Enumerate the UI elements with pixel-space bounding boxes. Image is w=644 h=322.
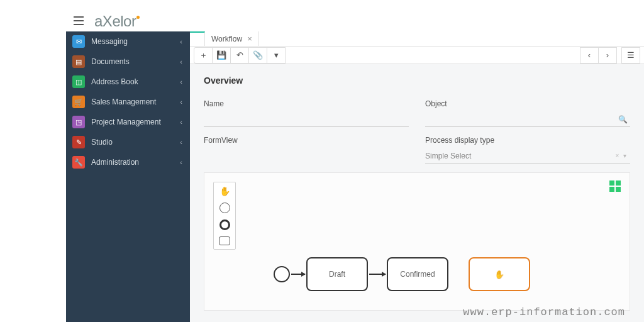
sidebar-item-messaging[interactable]: ✉ Messaging ‹ xyxy=(66,31,190,52)
chevron-left-icon: ‹ xyxy=(180,78,182,86)
sidebar-item-label: Studio xyxy=(91,138,113,147)
sidebar-item-addressbook[interactable]: ◫ Address Book ‹ xyxy=(66,72,190,92)
sidebar-item-studio[interactable]: ✎ Studio ‹ xyxy=(66,132,190,152)
minimap-icon[interactable] xyxy=(609,180,621,192)
task-node-tool[interactable] xyxy=(219,236,230,245)
search-icon: 🔍 xyxy=(618,115,628,124)
field-label-object: Object xyxy=(425,99,630,108)
undo-button[interactable]: ↶ xyxy=(230,47,249,64)
chevron-left-icon: ‹ xyxy=(180,98,182,106)
object-lookup[interactable]: 🔍 xyxy=(425,112,630,127)
field-label-name: Name xyxy=(204,99,409,108)
tab-workflow[interactable]: Workflow × xyxy=(205,31,259,46)
main-area: Workflow × ＋ 💾 ↶ 📎 ▾ ‹ › ☰ Overview Name xyxy=(190,31,644,322)
sidebar-item-label: Messaging xyxy=(91,37,128,46)
studio-icon: ✎ xyxy=(72,136,85,148)
save-button[interactable]: 💾 xyxy=(212,47,231,64)
prev-button[interactable]: ‹ xyxy=(580,47,599,64)
next-button[interactable]: › xyxy=(598,47,617,64)
process-select[interactable]: Simple Select × ▾ xyxy=(425,148,630,164)
documents-icon: ▤ xyxy=(72,55,85,68)
node-label: Confirmed xyxy=(400,270,435,279)
sales-icon: 🛒 xyxy=(72,96,85,108)
sidebar-item-label: Documents xyxy=(91,57,130,66)
sidebar-item-project[interactable]: ◳ Project Management ‹ xyxy=(66,112,190,132)
tab-bar: Workflow × xyxy=(190,31,644,47)
chevron-left-icon: ‹ xyxy=(180,118,182,126)
admin-icon: 🔧 xyxy=(72,156,85,169)
sidebar: ✉ Messaging ‹ ▤ Documents ‹ ◫ Address Bo… xyxy=(66,31,190,322)
project-icon: ◳ xyxy=(72,116,85,128)
grab-cursor-icon: ✋ xyxy=(494,270,504,279)
palette: ✋ xyxy=(213,182,236,250)
workflow-start-node[interactable] xyxy=(274,266,290,282)
sidebar-item-sales[interactable]: 🛒 Sales Management ‹ xyxy=(66,92,190,112)
chevron-left-icon: ‹ xyxy=(180,138,182,146)
sidebar-item-documents[interactable]: ▤ Documents ‹ xyxy=(66,52,190,72)
attach-button[interactable]: 📎 xyxy=(248,47,267,64)
content-panel: Overview Name Object 🔍 FormView xyxy=(190,64,644,322)
list-view-button[interactable]: ☰ xyxy=(621,47,640,64)
dropdown-icon: × ▾ xyxy=(615,152,628,159)
sidebar-item-label: Sales Management xyxy=(91,97,156,106)
name-input[interactable] xyxy=(204,112,409,127)
end-node-tool[interactable] xyxy=(219,219,230,230)
field-label-formview: FormView xyxy=(204,136,409,145)
chevron-left-icon: ‹ xyxy=(180,158,182,166)
brand-logo: aXelor xyxy=(94,13,140,30)
more-button[interactable]: ▾ xyxy=(267,47,286,64)
workflow-node-draft[interactable]: Draft xyxy=(306,257,368,291)
sidebar-item-label: Project Management xyxy=(91,118,161,126)
node-label: Draft xyxy=(329,270,345,279)
start-node-tool[interactable] xyxy=(219,203,230,213)
hand-tool-icon[interactable]: ✋ xyxy=(219,186,230,196)
tab-active-indicator xyxy=(190,31,205,46)
addressbook-icon: ◫ xyxy=(72,75,85,88)
workflow-arrow xyxy=(369,274,386,275)
workflow-node-confirmed[interactable]: Confirmed xyxy=(387,257,448,291)
chevron-left-icon: ‹ xyxy=(180,38,182,45)
workflow-arrow xyxy=(291,274,305,275)
menu-toggle-icon[interactable] xyxy=(74,16,84,28)
section-title: Overview xyxy=(204,75,630,86)
tab-label: Workflow xyxy=(211,35,242,43)
process-value: Simple Select xyxy=(425,152,471,160)
close-icon[interactable]: × xyxy=(247,34,252,43)
chevron-left-icon: ‹ xyxy=(180,58,182,65)
toolbar: ＋ 💾 ↶ 📎 ▾ ‹ › ☰ xyxy=(190,47,644,64)
watermark: www.erp-information.com xyxy=(463,306,625,318)
field-label-process: Process display type xyxy=(425,136,630,145)
workflow-node-selected[interactable]: ✋ xyxy=(469,257,530,291)
workflow-canvas[interactable]: ✋ Draft Confirmed ✋ xyxy=(204,172,630,311)
messaging-icon: ✉ xyxy=(72,35,85,48)
sidebar-item-label: Address Book xyxy=(91,77,138,86)
new-button[interactable]: ＋ xyxy=(194,47,213,64)
sidebar-item-label: Administration xyxy=(91,158,139,167)
sidebar-item-admin[interactable]: 🔧 Administration ‹ xyxy=(66,152,190,172)
